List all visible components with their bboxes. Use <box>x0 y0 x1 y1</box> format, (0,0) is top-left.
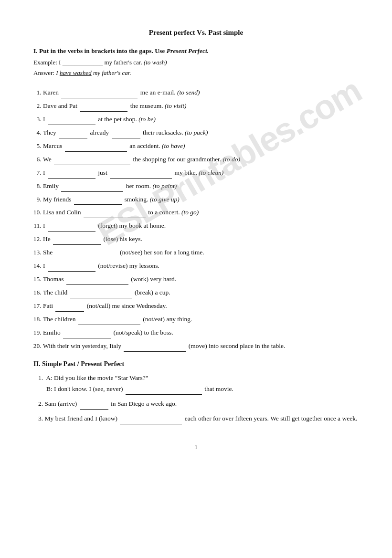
list-item: Thomas (work) very hard. <box>43 274 359 285</box>
list-item: Dave and Pat the museum. (to visit) <box>43 101 359 112</box>
section2-item-2: 2. Sam (arrive) in San Diego a week ago. <box>38 399 359 410</box>
blank-1-1[interactable] <box>61 92 138 98</box>
blank-4-1[interactable] <box>59 132 87 138</box>
list-item: I just my bike. (to clean) <box>43 168 359 179</box>
blank-19-1[interactable] <box>63 332 111 338</box>
list-item: I at the pet shop. (to be) <box>43 114 359 125</box>
blank-15-1[interactable] <box>66 279 128 285</box>
list-item: Emilio (not/speak) to the boss. <box>43 327 359 338</box>
blank-9-1[interactable] <box>74 199 122 205</box>
list-item: They already their rucksacks. (to pack) <box>43 127 359 138</box>
answer-line: Answer: I have washed my father's car. <box>33 69 359 77</box>
list-item: I (forget) my book at home. <box>43 221 359 232</box>
blank-10-1[interactable] <box>84 212 146 218</box>
list-item: She (not/see) her son for a long time. <box>43 247 359 258</box>
list-item: Marcus an accident. (to have) <box>43 141 359 152</box>
blank-2-1[interactable] <box>80 105 127 112</box>
list-item: Emily her room. (to paint) <box>43 181 359 192</box>
blank-s2-1[interactable] <box>126 389 202 395</box>
example-line: Example: I _____________ my father's car… <box>33 59 359 66</box>
list-item: He (lose) his keys. <box>43 234 359 245</box>
blank-18-1[interactable] <box>78 319 140 325</box>
blank-3-1[interactable] <box>48 119 95 125</box>
section2-item-1: 1. A: Did you like the movie "Star Wars?… <box>38 373 359 395</box>
blank-14-1[interactable] <box>48 265 95 272</box>
list-item: Fati (not/call) me since Wednesday. <box>43 301 359 312</box>
page-number: 1 <box>33 443 359 451</box>
blank-8-1[interactable] <box>61 186 123 192</box>
blank-11-1[interactable] <box>48 225 95 232</box>
list-item: Karen me an e-mail. (to send) <box>43 87 359 98</box>
blank-16-1[interactable] <box>70 292 132 298</box>
list-item: My friends smoking. (to give up) <box>43 194 359 205</box>
blank-s2-3[interactable] <box>120 418 182 424</box>
blank-7-1[interactable] <box>48 172 95 179</box>
exercise-list-1: Karen me an e-mail. (to send) Dave and P… <box>43 87 359 352</box>
page-title: Present perfect Vs. Past simple <box>33 29 359 37</box>
list-item: The children (not/eat) any thing. <box>43 314 359 325</box>
blank-7-2[interactable] <box>110 172 172 179</box>
blank-5-1[interactable] <box>65 146 127 152</box>
blank-6-1[interactable] <box>54 159 130 165</box>
list-item: The child (break) a cup. <box>43 287 359 298</box>
section2-items: 1. A: Did you like the movie "Star Wars?… <box>38 373 359 424</box>
blank-4-2[interactable] <box>112 132 140 138</box>
blank-13-1[interactable] <box>55 252 117 258</box>
list-item: We the shopping for our grandmother. (to… <box>43 154 359 165</box>
section2-title: II. Simple Past / Present Perfect <box>33 360 359 368</box>
blank-12-1[interactable] <box>53 239 101 245</box>
list-item: I (not/revise) my lessons. <box>43 261 359 272</box>
list-item: With their win yesterday, Italy (move) i… <box>43 341 359 352</box>
blank-17-1[interactable] <box>55 305 84 312</box>
blank-s2-2[interactable] <box>80 403 108 410</box>
section2-item-3: 3. My best friend and I (know) each othe… <box>38 413 359 424</box>
blank-20-1[interactable] <box>124 346 186 352</box>
section1-instruction: I. Put in the verbs in brackets into the… <box>33 47 359 55</box>
list-item: Lisa and Colin to a concert. (to go) <box>43 207 359 218</box>
